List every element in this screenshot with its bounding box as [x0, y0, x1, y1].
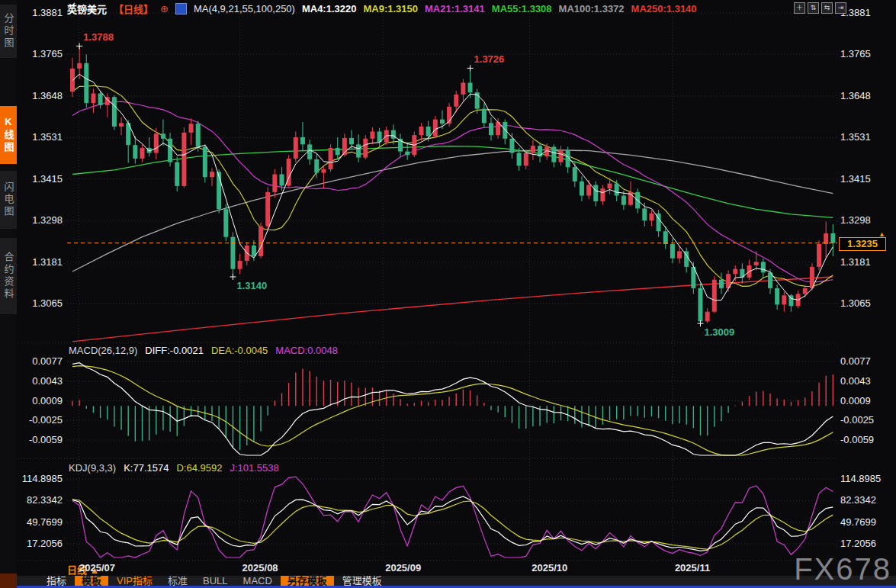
ma250-value: MA250:1.3140	[631, 3, 697, 14]
x-axis-date-label: 2025/10	[531, 562, 567, 574]
tab-templates[interactable]: 模板	[75, 576, 108, 586]
tab-save-template[interactable]: 另存模板	[281, 576, 334, 586]
tab-indicators[interactable]: 指标	[40, 576, 73, 586]
y-axis-label: 0.0009	[15, 395, 63, 406]
dea-value: DEA:-0.0045	[211, 345, 268, 356]
y-axis-label: 49.7699	[840, 516, 876, 528]
y-axis-label: 1.3065	[15, 297, 63, 309]
svg-text:1.3788: 1.3788	[83, 31, 114, 43]
y-axis-label: 1.3531	[15, 131, 63, 143]
x-axis-date-label: 2025/07	[79, 562, 115, 574]
ma100-value: MA100:1.3372	[559, 3, 625, 14]
y-axis-label: 1.3765	[15, 48, 63, 59]
svg-text:1.3726: 1.3726	[474, 53, 505, 65]
svg-text:1.3009: 1.3009	[705, 326, 735, 338]
y-axis-label: 1.3648	[15, 90, 63, 101]
macd-panel-title: MACD(26,12,9) DIFF:-0.0021 DEA:-0.0045 M…	[69, 345, 338, 356]
svg-text:1.3140: 1.3140	[236, 280, 267, 291]
y-axis-label: 17.2056	[15, 538, 63, 549]
diff-value: DIFF:-0.0021	[145, 345, 204, 356]
y-axis-label: 1.3298	[840, 214, 871, 226]
y-axis-label: -0.0025	[15, 414, 63, 426]
crosshair-icon[interactable]: ＋	[794, 2, 805, 14]
bottom-tab-bar: 指标 模板 VIP指标 标准 BULL MACD 另存模板 管理模板	[17, 576, 896, 586]
x-axis-date-label: 2025/09	[385, 562, 421, 574]
y-axis-label: 1.3415	[15, 173, 63, 185]
ma21-value: MA21:1.3141	[425, 3, 485, 14]
corner-swatch	[0, 574, 17, 588]
ma4-value: MA4:1.3220	[302, 3, 357, 14]
current-price-tag: 1.3235	[839, 237, 886, 251]
time-axis-row: 日线 ▲ 2025/072025/082025/092025/102025/11	[0, 561, 896, 576]
y-axis-label: 0.0077	[840, 355, 871, 367]
j-value: J:101.5538	[230, 462, 278, 474]
tab-vip-indicators[interactable]: VIP指标	[110, 576, 159, 586]
tab-bull[interactable]: BULL	[196, 576, 235, 586]
left-sidebar: 分时图 K线图 闪电图 合约资料	[0, 0, 17, 574]
x-axis-date-label: 2025/11	[675, 562, 710, 574]
sidebar-item-time-chart[interactable]: 分时图	[0, 5, 17, 58]
y-axis-label: 1.3765	[840, 48, 871, 59]
y-axis-label: 0.0043	[840, 375, 871, 387]
circle-plus-icon[interactable]: ⊕	[160, 3, 169, 14]
y-axis-label: 82.3342	[840, 494, 876, 506]
y-axis-label: 1.3181	[15, 256, 63, 268]
y-axis-label: 1.3181	[840, 256, 871, 268]
app-window: 分时图 K线图 闪电图 合约资料 英镑美元 【日线】 ⊕ MA(4,9,21,5…	[0, 0, 896, 588]
y-axis-label: -0.0059	[840, 434, 874, 445]
y-axis-label: 114.8985	[15, 473, 63, 484]
tab-manage-template[interactable]: 管理模板	[336, 576, 389, 586]
chart-toolbar: ＋ ⇅ ⇆ ⇥	[794, 2, 846, 14]
period-tag[interactable]: 【日线】	[114, 2, 153, 16]
tab-macd[interactable]: MACD	[236, 576, 279, 586]
k-value: K:77.1574	[124, 462, 169, 474]
d-value: D:64.9592	[176, 462, 222, 474]
y-scale-icon[interactable]: ⇅	[808, 2, 819, 14]
ma-settings-label: MA(4,9,21,55,100,250)	[194, 3, 295, 14]
kdj-title: KDJ(9,3,3)	[69, 462, 116, 474]
macd-title: MACD(26,12,9)	[69, 345, 137, 356]
sidebar-item-kline-chart[interactable]: K线图	[0, 106, 17, 164]
sidebar-item-lightning-chart[interactable]: 闪电图	[0, 171, 17, 229]
y-axis-label: 17.2056	[840, 538, 876, 549]
y-axis-label: 1.3531	[840, 131, 871, 143]
y-axis-label: 1.3881	[15, 7, 63, 18]
watermark: FX678	[794, 552, 891, 586]
y-axis-label: 0.0009	[840, 395, 871, 406]
y-axis-label: 1.3648	[840, 90, 871, 101]
pan-right-icon[interactable]: ⇥	[835, 2, 846, 14]
y-axis-label: 1.3065	[840, 297, 871, 309]
ma55-value: MA55:1.3308	[492, 3, 552, 14]
kdj-panel-title: KDJ(9,3,3) K:77.1574 D:64.9592 J:101.553…	[69, 462, 279, 474]
y-axis-label: 82.3342	[15, 494, 63, 506]
sidebar-item-contract-info[interactable]: 合约资料	[0, 238, 17, 314]
y-axis-label: -0.0025	[840, 414, 874, 426]
x-axis-date-label: 2025/08	[242, 562, 278, 574]
price-chart-svg[interactable]: 1.37881.37261.31401.3009	[0, 0, 896, 588]
y-axis-label: 114.8985	[840, 473, 881, 484]
y-axis-label: 0.0043	[15, 375, 63, 387]
y-axis-label: 49.7699	[15, 516, 63, 528]
tab-standard[interactable]: 标准	[161, 576, 194, 586]
ma9-value: MA9:1.3150	[363, 3, 418, 14]
x-scale-icon[interactable]: ⇆	[821, 2, 833, 14]
y-axis-label: -0.0059	[15, 434, 63, 445]
y-axis-label: 0.0077	[15, 355, 63, 367]
ma-indicator-icon[interactable]	[175, 3, 187, 14]
y-axis-label: 1.3298	[15, 214, 63, 226]
y-axis-label: 1.3415	[840, 173, 871, 185]
macd-value: MACD:0.0048	[275, 345, 338, 356]
chart-header: 英镑美元 【日线】 ⊕ MA(4,9,21,55,100,250) MA4:1.…	[67, 2, 697, 15]
